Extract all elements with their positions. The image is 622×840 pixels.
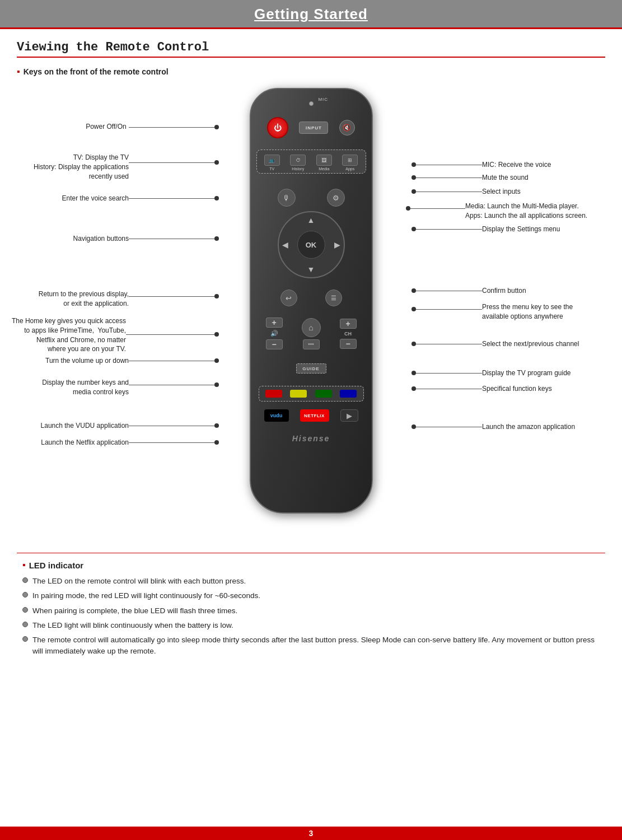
anno-settings-dot (411, 227, 416, 231)
input-button[interactable]: INPUT (299, 122, 328, 134)
apps-label: Apps (345, 167, 354, 171)
anno-numkeys-line (129, 385, 216, 385)
green-key-button[interactable] (315, 390, 332, 398)
led-item-3: The LED light will blink continuously wh… (22, 620, 600, 631)
anno-mic-dot (411, 162, 416, 167)
anno-voice-dot (214, 196, 219, 200)
source-media[interactable]: 🖼 Media (316, 155, 332, 171)
anno-power-line (129, 127, 216, 128)
nav-up-arrow[interactable]: ▲ (307, 216, 315, 225)
brand-logo: Hisense (251, 434, 372, 443)
anno-nav: Navigation buttons (22, 235, 129, 242)
ch-label: CH (344, 331, 352, 337)
return-button[interactable]: ↩ (280, 290, 297, 306)
anno-vudu-line (129, 426, 216, 426)
guide-row: GUIDE (296, 363, 326, 374)
menu-button[interactable]: ☰ (325, 290, 342, 306)
mute-button[interactable]: 🔇 (339, 120, 355, 136)
anno-guide-line (415, 373, 482, 374)
settings-button[interactable]: ⚙ (327, 189, 345, 207)
led-item-2: When pairing is complete, the blue LED w… (22, 605, 600, 617)
anno-tv-history-dot (214, 160, 219, 165)
anno-nav-dot (214, 236, 219, 241)
anno-guide: Display the TV program guide (482, 369, 600, 377)
page-number: 3 (309, 829, 314, 838)
led-text-0: The LED on the remote control will blink… (32, 576, 246, 587)
anno-home-dot (214, 332, 219, 337)
red-key-button[interactable] (265, 390, 282, 398)
led-item-4: The remote control will automatically go… (22, 634, 600, 657)
source-tv[interactable]: 📺 TV (264, 155, 280, 171)
source-apps[interactable]: ⊞ Apps (342, 155, 358, 171)
ok-button[interactable]: OK (297, 231, 325, 259)
page-footer: 3 (0, 827, 622, 840)
anno-return-dot (214, 294, 219, 298)
tv-label: TV (269, 167, 274, 171)
volume-block: + 🔊 − (266, 318, 283, 349)
anno-menu-dot (411, 307, 416, 311)
power-row: ⏻ INPUT 🔇 (251, 117, 372, 138)
anno-volume-dot (214, 358, 219, 363)
anno-numkeys-dot (214, 382, 219, 387)
led-item-1: In pairing mode, the red LED will light … (22, 590, 600, 601)
page-content: Viewing the Remote Control Keys on the f… (0, 29, 622, 672)
source-history[interactable]: ⏱ History (290, 155, 306, 171)
home-button[interactable]: ⌂ (302, 318, 321, 337)
anno-mic-line (415, 165, 482, 165)
anno-netflix-dot (214, 440, 219, 445)
anno-confirm-dot (411, 288, 416, 293)
anno-home: The Home key gives you quick accessto ap… (0, 316, 126, 354)
page-header: Getting Started (0, 0, 622, 29)
source-row: 📺 TV ⏱ History 🖼 Media ⊞ Apps (256, 150, 366, 174)
remote-diagram: MIC ⏻ INPUT 🔇 📺 TV ⏱ History 🖼 (17, 82, 605, 542)
anno-nav-line (129, 239, 216, 239)
media-label: Media (319, 167, 329, 171)
nav-right-arrow[interactable]: ▶ (334, 240, 340, 249)
anno-volume-line (129, 361, 216, 361)
led-text-1: In pairing mode, the red LED will light … (32, 590, 260, 601)
amazon-button[interactable]: ▶ (340, 409, 358, 422)
nav-down-arrow[interactable]: ▼ (307, 265, 315, 274)
vol-down-button[interactable]: − (266, 339, 283, 349)
return-menu-row: ↩ ☰ (251, 290, 372, 306)
voice-settings-row: 🎙 ⚙ (251, 189, 372, 207)
subsection-label: Keys on the front of the remote control (17, 67, 605, 77)
blue-key-button[interactable] (340, 390, 357, 398)
anno-return-line (129, 296, 216, 297)
tv-icon: 📺 (264, 155, 280, 166)
mic-label: MIC (318, 97, 328, 102)
anno-volume: Turn the volume up or down (22, 357, 129, 365)
anno-settings-line (415, 229, 482, 230)
anno-menu-line (415, 309, 482, 310)
anno-power-text: Power Off/On (86, 123, 126, 130)
section-divider (17, 553, 605, 553)
history-label: History (292, 167, 304, 171)
yellow-key-button[interactable] (290, 390, 307, 398)
ch-down-button[interactable]: − (340, 339, 357, 349)
anno-netflix-line (129, 442, 216, 443)
anno-amazon-dot (411, 424, 416, 429)
voice-button[interactable]: 🎙 (278, 189, 296, 207)
anno-media-apps: Media: Launch the Multi-Media player.App… (465, 202, 600, 221)
vol-up-button[interactable]: + (266, 318, 283, 328)
anno-tv-history: TV: Display the TVHistory: Display the a… (22, 153, 129, 181)
anno-inputs-dot (411, 189, 416, 194)
anno-specific-dot (411, 386, 416, 391)
led-dot-4 (22, 636, 28, 642)
nav-left-arrow[interactable]: ◀ (282, 240, 288, 249)
anno-channel-dot (411, 342, 416, 346)
more-button[interactable]: ••• (303, 339, 320, 349)
ch-up-button[interactable]: + (340, 319, 357, 329)
anno-home-line (126, 334, 216, 335)
anno-mic: MIC: Receive the voice (482, 161, 600, 169)
netflix-button[interactable]: NETFLIX (300, 409, 329, 422)
guide-button[interactable]: GUIDE (296, 363, 326, 374)
led-dot-2 (22, 607, 28, 613)
led-dot-3 (22, 622, 28, 627)
anno-amazon-line (415, 427, 482, 427)
led-title: LED indicator (22, 560, 600, 570)
anno-numkeys: Display the number keys andmedia control… (22, 378, 129, 397)
power-button[interactable]: ⏻ (267, 117, 288, 138)
anno-netflix: Launch the Netflix application (22, 438, 129, 446)
vudu-button[interactable]: vudu (264, 409, 289, 422)
